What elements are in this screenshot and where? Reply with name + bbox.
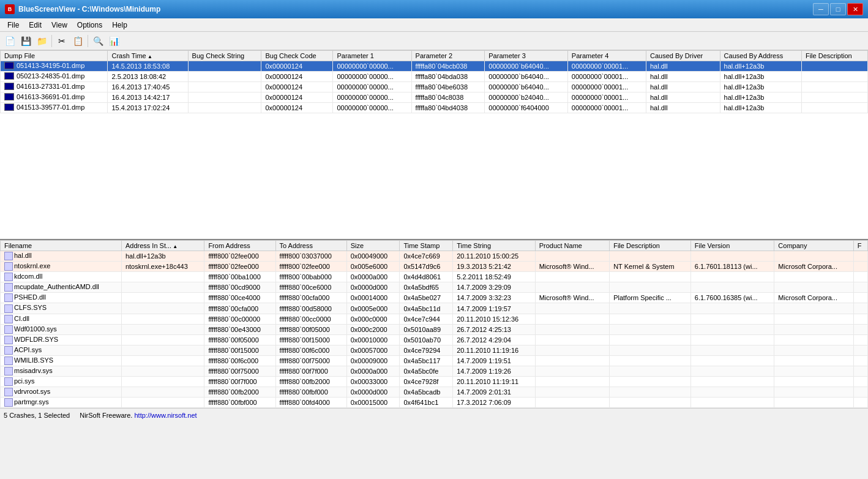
upper-table-row[interactable]: 041613-27331-01.dmp16.4.2013 17:40:450x0…	[1, 82, 868, 92]
lcol-file-desc[interactable]: File Description	[610, 241, 691, 251]
minimize-button[interactable]: ─	[813, 3, 829, 15]
col-file-description[interactable]: File Description	[801, 51, 867, 61]
lcol-company[interactable]: Company	[774, 241, 853, 251]
upper-table-row[interactable]: 051413-34195-01.dmp14.5.2013 18:53:080x0…	[1, 61, 868, 72]
lower-cell: fffff880`00ce4000	[204, 293, 275, 303]
lower-cell: fffff880`00f15000	[204, 345, 275, 355]
col-dump-file[interactable]: Dump File	[1, 51, 108, 61]
lower-cell: fffff880`00f05000	[275, 324, 346, 334]
upper-cell: hal.dll+12a3b	[720, 72, 801, 82]
lcol-timestamp[interactable]: Time Stamp	[400, 241, 453, 251]
lower-table-row[interactable]: hal.dllhal.dll+12a3bfffff800`02fee000fff…	[1, 251, 868, 262]
lower-cell	[853, 345, 867, 355]
upper-cell: 041613-27331-01.dmp	[1, 82, 108, 92]
menu-edit[interactable]: Edit	[24, 20, 47, 31]
lower-cell	[610, 377, 691, 387]
col-caused-by-driver[interactable]: Caused By Driver	[646, 51, 720, 61]
lower-table-row[interactable]: Wdf01000.sysfffff880`00e43000fffff880`00…	[1, 324, 868, 334]
lower-cell	[535, 334, 610, 345]
upper-table-row[interactable]: 041513-39577-01.dmp15.4.2013 17:02:240x0…	[1, 103, 868, 113]
upper-cell	[801, 61, 867, 72]
lcol-address-in-st[interactable]: Address In St...	[121, 241, 204, 251]
lower-table-row[interactable]: ACPI.sysfffff880`00f15000fffff880`00f6c0…	[1, 345, 868, 355]
lower-cell: 20.11.2010 15:00:25	[453, 251, 535, 262]
lower-table-row[interactable]: kdcom.dllfffff800`00ba1000fffff800`00bab…	[1, 272, 868, 282]
lower-cell: mcupdate_AuthenticAMD.dll	[1, 282, 122, 293]
maximize-button[interactable]: □	[830, 3, 846, 15]
upper-table-row[interactable]: 041613-36691-01.dmp16.4.2013 14:42:170x0…	[1, 92, 868, 103]
lcol-filename[interactable]: Filename	[1, 241, 122, 251]
col-param4[interactable]: Parameter 4	[567, 51, 646, 61]
upper-cell: 00000000`00000...	[333, 92, 411, 103]
toolbar-save[interactable]: 💾	[18, 34, 33, 48]
upper-cell: 00000000`00001...	[567, 92, 646, 103]
lower-cell	[774, 366, 853, 377]
close-button[interactable]: ✕	[847, 3, 863, 15]
lower-table-row[interactable]: pci.sysfffff880`00f7f000fffff880`00fb200…	[1, 377, 868, 387]
upper-table-row[interactable]: 050213-24835-01.dmp2.5.2013 18:08:420x00…	[1, 72, 868, 82]
upper-cell: 00000000`00001...	[567, 103, 646, 113]
lower-cell	[610, 366, 691, 377]
lower-table-row[interactable]: ntoskrnl.exentoskrnl.exe+18c443fffff800`…	[1, 262, 868, 272]
col-crash-time[interactable]: Crash Time	[108, 51, 188, 61]
lower-cell	[121, 355, 204, 366]
lower-table-row[interactable]: msisadrv.sysfffff880`00f75000fffff880`00…	[1, 366, 868, 377]
lower-cell	[690, 345, 774, 355]
lcol-size[interactable]: Size	[346, 241, 400, 251]
lower-cell	[121, 324, 204, 334]
lower-cell: 14.7.2009 1:19:26	[453, 366, 535, 377]
col-caused-by-address[interactable]: Caused By Address	[720, 51, 801, 61]
file-icon	[4, 388, 13, 396]
col-param3[interactable]: Parameter 3	[485, 51, 568, 61]
lower-cell: ACPI.sys	[1, 345, 122, 355]
upper-table-container[interactable]: Dump File Crash Time Bug Check String Bu…	[0, 50, 868, 239]
upper-cell: hal.dll	[646, 103, 720, 113]
menu-help[interactable]: Help	[107, 20, 132, 31]
lower-table-row[interactable]: CLFS.SYSfffff880`00cfa000fffff880`00d580…	[1, 303, 868, 314]
lower-table-row[interactable]: vdrvroot.sysfffff880`00fb2000fffff880`00…	[1, 387, 868, 398]
lower-cell: 0x4a5bcadb	[400, 387, 453, 398]
lower-cell	[853, 366, 867, 377]
toolbar-props[interactable]: 🔍	[91, 34, 105, 48]
lcol-product-name[interactable]: Product Name	[535, 241, 610, 251]
upper-cell: 16.4.2013 14:42:17	[108, 92, 188, 103]
toolbar-copy[interactable]: 📋	[70, 34, 85, 48]
toolbar-cut[interactable]: ✂	[54, 34, 69, 48]
lower-table-row[interactable]: mcupdate_AuthenticAMD.dllfffff880`00cd90…	[1, 282, 868, 293]
nirsoft-link[interactable]: http://www.nirsoft.net	[135, 412, 197, 419]
lcol-file-version[interactable]: File Version	[690, 241, 774, 251]
lower-table-row[interactable]: WMILIB.SYSfffff880`00f6c000fffff880`00f7…	[1, 355, 868, 366]
lcol-from-address[interactable]: From Address	[204, 241, 275, 251]
upper-cell: 00000000`00000...	[333, 72, 411, 82]
lower-cell	[535, 282, 610, 293]
col-bug-check-string[interactable]: Bug Check String	[188, 51, 261, 61]
lower-cell: 0x0005e000	[346, 303, 400, 314]
title-bar: B BlueScreenView - C:\Windows\Minidump ─…	[0, 0, 868, 18]
toolbar-report[interactable]: 📊	[107, 34, 121, 48]
lower-table-row[interactable]: PSHED.dllfffff880`00ce4000fffff880`00cfa…	[1, 293, 868, 303]
menu-file[interactable]: File	[2, 20, 24, 31]
col-bug-check-code[interactable]: Bug Check Code	[261, 51, 333, 61]
lower-cell	[610, 272, 691, 282]
upper-cell: 14.5.2013 18:53:08	[108, 61, 188, 72]
upper-cell: hal.dll+12a3b	[720, 92, 801, 103]
col-param1[interactable]: Parameter 1	[333, 51, 411, 61]
menu-view[interactable]: View	[47, 20, 72, 31]
lower-cell: fffff880`00d58000	[275, 303, 346, 314]
lower-cell	[853, 293, 867, 303]
lcol-timestring[interactable]: Time String	[453, 241, 535, 251]
lower-cell	[121, 314, 204, 324]
upper-cell	[188, 92, 261, 103]
toolbar-folder[interactable]: 📁	[34, 34, 49, 48]
toolbar-new[interactable]: 📄	[2, 34, 17, 48]
lcol-extra[interactable]: F	[853, 241, 867, 251]
lcol-to-address[interactable]: To Address	[275, 241, 346, 251]
lower-table-row[interactable]: partmgr.sysfffff880`00fbf000fffff880`00f…	[1, 398, 868, 408]
menu-options[interactable]: Options	[72, 20, 107, 31]
lower-table-row[interactable]: CI.dllfffff880`00c00000fffff880`00cc0000…	[1, 314, 868, 324]
lower-cell	[774, 324, 853, 334]
lower-table-row[interactable]: WDFLDR.SYSfffff880`00f05000fffff880`00f1…	[1, 334, 868, 345]
lower-table-container[interactable]: Filename Address In St... From Address T…	[0, 240, 868, 408]
lower-cell: kdcom.dll	[1, 272, 122, 282]
col-param2[interactable]: Parameter 2	[411, 51, 485, 61]
